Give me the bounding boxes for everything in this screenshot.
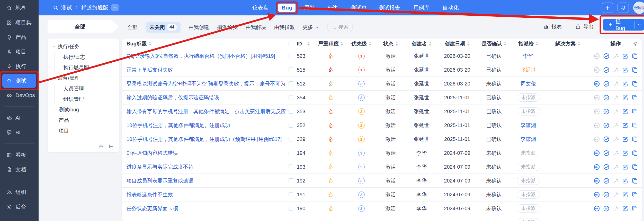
column-header-status[interactable]: 状态: [375, 39, 406, 49]
convert-action-icon[interactable]: [612, 136, 619, 143]
convert-action-icon[interactable]: [612, 80, 619, 87]
edit-action-icon[interactable]: [622, 150, 629, 157]
nav-item-dashboard[interactable]: 仪表盘: [246, 4, 274, 11]
bug-title-link[interactable]: 邮件通知内容格式错误: [127, 150, 285, 157]
resolve-action-icon[interactable]: [603, 150, 610, 157]
filter-tab-openedbyme[interactable]: 由我创建: [189, 24, 209, 31]
confirm-action-icon[interactable]: OK: [593, 122, 600, 129]
edit-action-icon[interactable]: [622, 164, 629, 170]
tree-item-execution-task[interactable]: 执行/任务: [48, 41, 119, 52]
convert-action-icon[interactable]: [612, 177, 619, 184]
sort-caret[interactable]: [369, 42, 371, 46]
copy-action-icon[interactable]: [631, 94, 638, 101]
copy-action-icon[interactable]: [631, 80, 638, 87]
assignee-unassigned[interactable]: 未指派: [517, 93, 540, 102]
sidebar-item-devops[interactable]: ∞DevOps: [0, 88, 39, 102]
edit-action-icon[interactable]: [622, 80, 629, 87]
search-input[interactable]: 搜索: [327, 22, 353, 32]
bug-title-link[interactable]: 项目成员列表显示重复或遗漏: [127, 177, 285, 184]
sort-caret[interactable]: [578, 42, 580, 46]
edit-action-icon[interactable]: [622, 122, 629, 129]
row-checkbox[interactable]: [289, 137, 293, 141]
tree-item-product[interactable]: 产品: [48, 115, 119, 126]
tree-settings-gear-icon[interactable]: [98, 144, 104, 149]
bug-title-link[interactable]: QQ登录输入3位自然数，执行结果合格（预期不合格）[用例#519]: [127, 53, 285, 60]
resolve-action-icon[interactable]: [603, 136, 610, 143]
assignee-link[interactable]: 李潇湘: [521, 122, 536, 129]
filter-tab-assignedbyme[interactable]: 由我指派: [274, 24, 295, 31]
convert-action-icon[interactable]: [612, 94, 619, 101]
column-header-openedBy[interactable]: 创建者: [406, 39, 437, 49]
sort-caret[interactable]: [504, 42, 506, 46]
filter-tab-unclosed[interactable]: 未关闭44: [146, 22, 181, 33]
resolve-action-icon[interactable]: [603, 191, 610, 198]
bug-title-link[interactable]: 10位手机号注册，其他条件都满足。注册成功: [127, 122, 285, 129]
convert-action-icon[interactable]: [612, 122, 619, 129]
nav-item-testreport[interactable]: 测试报告: [373, 4, 406, 11]
row-checkbox[interactable]: [289, 81, 293, 86]
row-checkbox[interactable]: [289, 68, 293, 72]
sidebar-item-program[interactable]: 项目集: [0, 15, 39, 30]
confirm-action-icon[interactable]: OK: [593, 53, 600, 60]
resolve-action-icon[interactable]: [603, 164, 610, 170]
row-checkbox[interactable]: [289, 95, 293, 100]
sidebar-item-org[interactable]: 组织: [0, 185, 39, 199]
resolve-action-icon[interactable]: [603, 177, 610, 184]
tree-item-project[interactable]: 项目: [48, 126, 119, 136]
column-header-title[interactable]: Bug标题: [122, 39, 285, 49]
assignee-unassigned[interactable]: 未指派: [517, 204, 540, 213]
copy-action-icon[interactable]: [631, 136, 638, 143]
report-button[interactable]: 报表: [543, 23, 562, 30]
row-checkbox[interactable]: [289, 109, 293, 114]
column-header-openedDate[interactable]: 创建日期: [437, 39, 477, 49]
confirm-action-icon[interactable]: OK: [593, 177, 600, 184]
bug-title-link[interactable]: 任务状态更新界面卡顿: [127, 205, 285, 212]
bug-title-link[interactable]: 进度条显示与实际完成度不符: [127, 164, 285, 170]
confirm-action-icon[interactable]: OK: [593, 205, 600, 212]
notifications-button[interactable]: [618, 3, 629, 13]
export-button[interactable]: 导出: [575, 23, 594, 30]
tree-item-admin-org[interactable]: 组织管理: [55, 94, 119, 104]
tree-item-execution-burn[interactable]: 执行燃尽图: [55, 62, 119, 73]
assignee-unassigned[interactable]: 未指派: [517, 107, 540, 116]
assignee-unassigned[interactable]: 未指派: [517, 163, 540, 171]
assignee-unassigned[interactable]: 未指派: [517, 149, 540, 157]
convert-action-icon[interactable]: [612, 205, 619, 212]
tree-item-admin-manage[interactable]: 后台/管理: [48, 73, 119, 83]
create-bug-button[interactable]: 提Bug: [603, 19, 634, 31]
resolve-action-icon[interactable]: [603, 80, 610, 87]
convert-action-icon[interactable]: [612, 164, 619, 170]
resolve-action-icon[interactable]: [603, 66, 610, 73]
sidebar-item-qa[interactable]: 测试: [2, 74, 36, 88]
sidebar-item-ai[interactable]: AI: [0, 110, 39, 125]
column-header-id[interactable]: ID: [285, 39, 314, 49]
edit-action-icon[interactable]: [622, 136, 629, 143]
sidebar-item-admin[interactable]: 后台: [0, 199, 39, 214]
confirm-action-icon[interactable]: OK: [593, 136, 600, 143]
nav-item-bug[interactable]: Bug: [278, 4, 296, 12]
nav-item-case[interactable]: 用例: [298, 4, 321, 11]
assignee-link[interactable]: 李华: [523, 53, 533, 60]
sidebar-item-bi[interactable]: BI: [0, 125, 39, 140]
sort-caret[interactable]: [341, 42, 343, 46]
confirm-action-icon[interactable]: OK: [593, 94, 600, 101]
copy-action-icon[interactable]: [631, 205, 638, 212]
column-header-assignedTo[interactable]: 指派给: [511, 39, 546, 49]
convert-action-icon[interactable]: [612, 66, 619, 73]
filter-tab-resolvedbyme[interactable]: 由我解决: [246, 24, 266, 31]
tree-item-admin-user[interactable]: 人员管理: [55, 83, 119, 94]
edit-action-icon[interactable]: [622, 191, 629, 198]
edit-action-icon[interactable]: [622, 94, 629, 101]
copy-action-icon[interactable]: [631, 191, 638, 198]
assignee-unassigned[interactable]: 未指派: [517, 177, 540, 185]
confirm-action-icon[interactable]: OK: [593, 164, 600, 170]
assignee-link[interactable]: 周文俊: [521, 80, 536, 87]
column-header-resolution[interactable]: 解决方案: [546, 39, 589, 49]
create-bug-dropdown[interactable]: [635, 19, 644, 31]
select-all-checkbox[interactable]: [289, 42, 293, 46]
copy-action-icon[interactable]: [631, 122, 638, 129]
sort-caret[interactable]: [307, 42, 310, 46]
sort-caret[interactable]: [536, 42, 538, 46]
column-header-severity[interactable]: 严重程度: [314, 39, 347, 49]
copy-action-icon[interactable]: [631, 164, 638, 170]
